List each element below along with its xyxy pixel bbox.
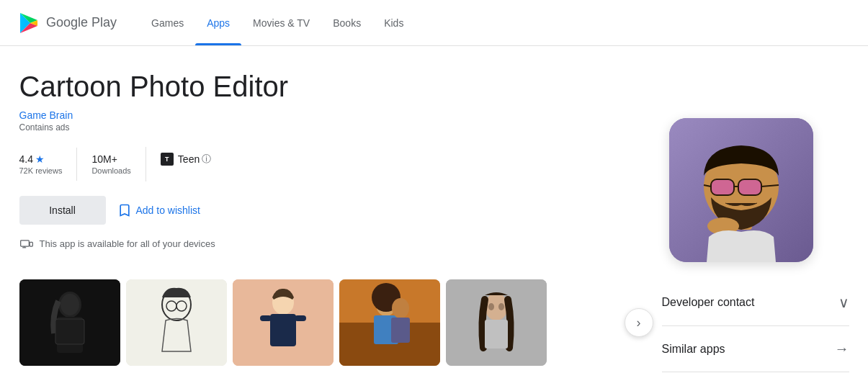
app-icon-svg <box>669 118 813 262</box>
similar-apps-section[interactable]: Similar apps → <box>662 326 849 372</box>
next-arrow-icon: › <box>637 315 641 331</box>
svg-point-28 <box>488 303 494 310</box>
screenshot-5[interactable] <box>446 279 547 366</box>
devices-icon <box>19 236 34 251</box>
info-icon[interactable]: ⓘ <box>202 153 211 166</box>
svg-rect-17 <box>260 315 272 321</box>
nav-item-books[interactable]: Books <box>321 0 372 45</box>
nav-item-kids[interactable]: Kids <box>372 0 415 45</box>
google-play-icon <box>17 12 40 35</box>
svg-rect-25 <box>391 318 410 343</box>
contains-ads-label: Contains ads <box>19 122 639 132</box>
main-nav: Games Apps Movies & TV Books Kids <box>140 0 415 45</box>
svg-rect-0 <box>20 241 29 246</box>
header: Google Play Games Apps Movies & TV Books… <box>0 0 868 46</box>
screenshots-section: › <box>19 279 639 366</box>
similar-apps-label: Similar apps <box>662 343 725 356</box>
downloads-value: 10M+ <box>91 153 117 165</box>
developer-contact-section[interactable]: Developer contact ∨ <box>662 279 849 326</box>
expand-developer-icon: ∨ <box>838 294 849 311</box>
screenshots-scroll <box>19 279 547 366</box>
next-screenshot-button[interactable]: › <box>625 308 653 337</box>
right-panel: Developer contact ∨ Similar apps → <box>662 69 849 372</box>
svg-rect-35 <box>711 179 734 195</box>
rating-label: 72K reviews <box>19 166 63 175</box>
actions-row: Install Add to wishlist <box>19 196 639 225</box>
svg-rect-30 <box>485 320 508 349</box>
wishlist-button[interactable]: Add to wishlist <box>117 197 200 223</box>
screenshot-5-img <box>446 279 547 366</box>
nav-item-apps[interactable]: Apps <box>195 0 241 45</box>
svg-point-24 <box>392 298 409 318</box>
app-icon-area <box>662 112 820 262</box>
google-play-logo[interactable]: Google Play <box>17 12 117 35</box>
svg-point-27 <box>485 293 508 320</box>
svg-rect-16 <box>270 314 296 346</box>
install-button[interactable]: Install <box>19 196 106 225</box>
screenshot-3[interactable] <box>233 279 334 366</box>
content-rating-value: T Teen ⓘ <box>161 153 211 166</box>
wishlist-label: Add to wishlist <box>136 205 200 216</box>
devices-row: This app is available for all of your de… <box>19 236 639 251</box>
downloads-label: Downloads <box>91 166 130 175</box>
bookmark-icon <box>117 203 132 217</box>
app-title: Cartoon Photo Editor <box>19 69 639 104</box>
stats-row: 4.4 ★ 72K reviews 10M+ Downloads T Teen … <box>19 147 639 181</box>
screenshot-1-img <box>19 279 120 366</box>
screenshot-4[interactable] <box>339 279 440 366</box>
svg-point-8 <box>61 294 79 315</box>
screenshot-4-img <box>339 279 440 366</box>
content-rating-icon: T <box>161 153 174 166</box>
rating-number: 4.4 <box>19 153 33 165</box>
app-icon-image <box>669 118 813 262</box>
similar-apps-arrow: → <box>835 341 849 357</box>
screenshot-1[interactable] <box>19 279 120 366</box>
screenshot-3-img <box>233 279 334 366</box>
nav-item-games[interactable]: Games <box>140 0 195 45</box>
developer-contact-label: Developer contact <box>662 296 755 309</box>
screenshot-2-img <box>126 279 227 366</box>
svg-rect-7 <box>55 319 84 344</box>
app-details-left: Cartoon Photo Editor Game Brain Contains… <box>19 69 639 372</box>
content-rating-text: Teen <box>178 153 200 165</box>
star-icon: ★ <box>35 153 45 165</box>
developer-name[interactable]: Game Brain <box>19 109 73 121</box>
svg-rect-18 <box>295 315 306 321</box>
screenshot-2[interactable] <box>126 279 227 366</box>
svg-point-29 <box>498 303 504 310</box>
main-content: Cartoon Photo Editor Game Brain Contains… <box>2 46 867 391</box>
rating-value: 4.4 ★ <box>19 153 45 165</box>
devices-text: This app is available for all of your de… <box>40 238 215 249</box>
nav-item-movies[interactable]: Movies & TV <box>241 0 321 45</box>
svg-rect-1 <box>30 242 32 246</box>
svg-rect-37 <box>738 179 761 195</box>
logo-text: Google Play <box>46 15 117 30</box>
content-rating-block: T Teen ⓘ — <box>146 147 225 181</box>
downloads-block: 10M+ Downloads <box>76 148 145 181</box>
rating-block: 4.4 ★ 72K reviews <box>19 148 77 181</box>
